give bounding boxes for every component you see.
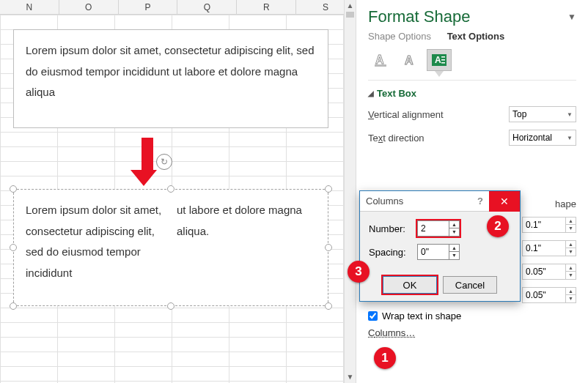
row-text-direction: Text direction Horizontal▼: [368, 130, 576, 146]
collapse-icon: ◢: [368, 89, 374, 97]
pane-title-text: Format Shape: [368, 7, 470, 26]
ok-button[interactable]: OK: [383, 276, 437, 294]
svg-rect-1: [375, 64, 386, 67]
section-header[interactable]: ◢Text Box: [368, 88, 576, 99]
columns-dialog: Columns ? ✕ Number: 2▲▼ Spacing: 0"▲▼ OK…: [359, 190, 521, 302]
number-label: Number:: [369, 223, 411, 234]
textbox-properties-icon[interactable]: A: [427, 49, 452, 71]
spin-down-icon[interactable]: ▼: [566, 248, 576, 256]
textbox-col1: Lorem ipsum dolor sit amet, consectetur …: [26, 200, 165, 295]
pane-tabs: Shape Options Text Options: [356, 29, 588, 43]
pane-title: Format Shape ▼: [356, 0, 588, 29]
col-header[interactable]: Q: [177, 0, 237, 14]
dialog-title-text: Columns: [366, 196, 403, 207]
tdir-label: Text direction: [368, 133, 503, 144]
spin-down-icon[interactable]: ▼: [566, 272, 576, 279]
col-header[interactable]: O: [59, 0, 119, 14]
dialog-titlebar[interactable]: Columns ? ✕: [360, 191, 520, 212]
spin-down-icon[interactable]: ▼: [566, 225, 576, 232]
text-effects-icon[interactable]: A: [397, 49, 422, 71]
vertical-scrollbar[interactable]: ▲ ▼: [344, 0, 356, 383]
spin-up-icon[interactable]: ▲: [566, 264, 576, 272]
scroll-thumb[interactable]: [346, 12, 354, 18]
spin-down-icon[interactable]: ▼: [449, 252, 459, 259]
svg-rect-5: [441, 56, 445, 58]
scroll-up-icon[interactable]: ▲: [345, 0, 356, 12]
column-headers: N O P Q R S: [0, 0, 356, 15]
spin-up-icon[interactable]: ▲: [566, 288, 576, 295]
spin-up-icon[interactable]: ▲: [566, 217, 576, 225]
svg-text:A: A: [435, 55, 441, 65]
selection-handle[interactable]: [325, 244, 332, 251]
tdir-dropdown[interactable]: Horizontal▼: [509, 130, 576, 146]
col-header[interactable]: N: [0, 0, 59, 14]
close-icon[interactable]: ✕: [489, 191, 520, 212]
textbox-single-column[interactable]: Lorem ipsum dolor sit amet, consectetur …: [13, 29, 328, 128]
spacing-spinner[interactable]: 0"▲▼: [417, 244, 460, 260]
spin-up-icon[interactable]: ▲: [449, 245, 459, 252]
left-margin-spinner[interactable]: 0.1"▲▼: [522, 217, 576, 233]
help-icon[interactable]: ?: [474, 196, 486, 207]
selection-handle[interactable]: [10, 185, 17, 193]
number-spinner[interactable]: 2▲▼: [417, 220, 460, 237]
row-spacing: Spacing: 0"▲▼: [369, 244, 511, 260]
wrap-text-checkbox[interactable]: Wrap text in shape: [368, 311, 576, 321]
chevron-down-icon: ▼: [567, 135, 573, 141]
textbox-content: Lorem ipsum dolor sit amet, consectetur …: [26, 44, 315, 98]
columns-button[interactable]: Columns…: [368, 327, 415, 338]
textbox-col2: ut labore et dolore magna aliqua.: [177, 200, 316, 295]
chevron-down-icon: ▼: [567, 111, 573, 118]
text-fill-icon[interactable]: A: [368, 49, 393, 71]
scroll-down-icon[interactable]: ▼: [345, 371, 356, 383]
pane-menu-icon[interactable]: ▼: [567, 12, 576, 22]
selection-handle[interactable]: [10, 244, 17, 251]
dialog-buttons: OK Cancel: [360, 273, 520, 301]
tab-shape-options[interactable]: Shape Options: [368, 31, 431, 42]
spin-up-icon[interactable]: ▲: [449, 221, 459, 228]
callout-2: 2: [487, 215, 509, 237]
right-margin-spinner[interactable]: 0.1"▲▼: [522, 240, 576, 256]
top-margin-spinner[interactable]: 0.05"▲▼: [522, 264, 576, 280]
spin-down-icon[interactable]: ▼: [449, 228, 459, 236]
bottom-margin-spinner[interactable]: 0.05"▲▼: [522, 287, 576, 303]
rotate-handle-icon[interactable]: ↻: [156, 154, 172, 170]
callout-1: 1: [374, 347, 396, 369]
text-options-icons: A A A: [356, 43, 588, 75]
arrow-annotation: [138, 138, 157, 186]
selection-handle[interactable]: [325, 302, 332, 310]
wrap-checkbox-input[interactable]: [368, 311, 378, 321]
section-title-text: Text Box: [377, 88, 416, 99]
selection-handle[interactable]: [10, 302, 17, 310]
svg-rect-6: [441, 59, 445, 61]
cancel-button[interactable]: Cancel: [443, 276, 497, 294]
svg-text:A: A: [375, 53, 384, 66]
valign-label: Vertical alignment: [368, 109, 503, 120]
tab-text-options[interactable]: Text Options: [447, 31, 504, 42]
textbox-two-column[interactable]: Lorem ipsum dolor sit amet, consectetur …: [13, 189, 328, 306]
callout-3: 3: [348, 261, 370, 283]
col-header[interactable]: P: [119, 0, 178, 14]
spin-up-icon[interactable]: ▲: [566, 241, 576, 248]
selection-handle[interactable]: [167, 185, 174, 193]
svg-rect-7: [441, 62, 445, 64]
col-header[interactable]: R: [237, 0, 296, 14]
selection-handle[interactable]: [167, 302, 174, 310]
row-vertical-alignment: Vertical alignment Top▼: [368, 106, 576, 122]
selection-handle[interactable]: [325, 185, 332, 193]
valign-dropdown[interactable]: Top▼: [509, 106, 576, 122]
spacing-label: Spacing:: [369, 247, 411, 258]
spreadsheet-area: N O P Q R S ▲ ▼ Lorem ipsum dolor sit am…: [0, 0, 356, 383]
spin-down-icon[interactable]: ▼: [566, 295, 576, 302]
wrap-label: Wrap text in shape: [382, 311, 461, 321]
svg-text:A: A: [405, 54, 414, 67]
